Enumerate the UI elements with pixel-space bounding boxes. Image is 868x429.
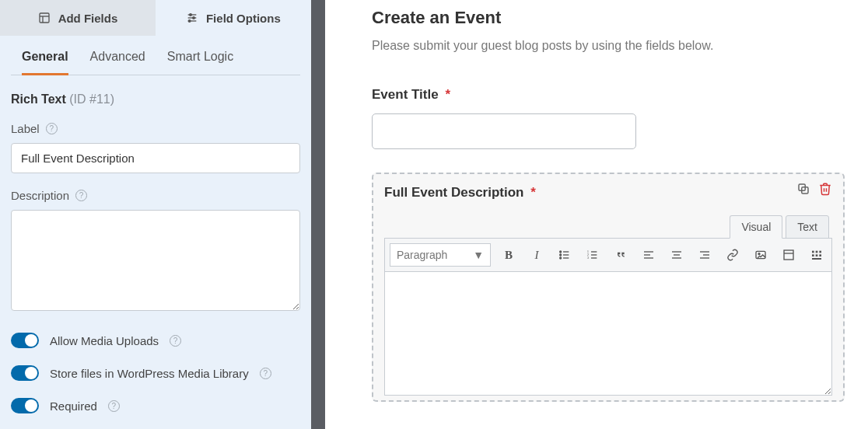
- toggle-allow-media[interactable]: [11, 333, 39, 348]
- required-asterisk: *: [445, 87, 450, 102]
- event-title-input[interactable]: [372, 113, 636, 149]
- sliders-icon: [186, 12, 198, 24]
- svg-rect-0: [40, 13, 49, 23]
- editor-content-area[interactable]: [384, 271, 832, 396]
- svg-point-33: [758, 253, 760, 255]
- form-title: Create an Event: [372, 8, 845, 28]
- trash-icon[interactable]: [818, 182, 832, 196]
- form-description: Please submit your guest blog posts by u…: [372, 39, 845, 53]
- help-icon[interactable]: ?: [170, 335, 181, 347]
- svg-text:3: 3: [587, 256, 590, 260]
- chevron-down-icon: ▼: [473, 249, 484, 261]
- editor-mode-tabs: Visual Text: [384, 214, 832, 238]
- event-title-label: Event Title *: [372, 87, 845, 103]
- svg-point-7: [193, 17, 195, 19]
- description-label-text: Description: [11, 189, 69, 202]
- svg-rect-36: [812, 251, 814, 253]
- label-label-text: Label: [11, 122, 40, 135]
- insert-media-button[interactable]: [751, 245, 771, 265]
- tab-field-options[interactable]: Field Options: [156, 0, 311, 36]
- fullscreen-button[interactable]: [779, 245, 799, 265]
- toggle-row-allow-media: Allow Media Uploads ?: [11, 333, 300, 348]
- align-left-button[interactable]: [639, 245, 659, 265]
- format-select-value: Paragraph: [397, 249, 447, 261]
- toggle-required-label: Required: [50, 399, 97, 413]
- required-asterisk: *: [530, 185, 536, 200]
- editor-toolbar: Paragraph ▼ B I 123: [384, 238, 832, 271]
- bullet-list-button[interactable]: [555, 245, 575, 265]
- svg-point-6: [190, 14, 192, 16]
- field-type-name: Rich Text: [11, 92, 66, 106]
- svg-rect-39: [812, 254, 814, 256]
- tab-add-fields[interactable]: Add Fields: [0, 0, 156, 36]
- editor-tab-text[interactable]: Text: [786, 215, 829, 239]
- svg-point-12: [560, 254, 562, 256]
- sidebar-field-options: Add Fields Field Options General Advance…: [0, 0, 311, 429]
- field-rich-text-selected[interactable]: Full Event Description * Visual Text Par…: [372, 173, 845, 402]
- sub-tab-general[interactable]: General: [22, 50, 68, 75]
- help-icon[interactable]: ?: [46, 123, 58, 134]
- label-label: Label ?: [11, 122, 300, 135]
- align-right-button[interactable]: [695, 245, 715, 265]
- sub-tab-smart-logic[interactable]: Smart Logic: [167, 50, 233, 75]
- toggle-required[interactable]: [11, 398, 39, 413]
- help-icon[interactable]: ?: [108, 400, 120, 412]
- svg-rect-38: [819, 251, 821, 253]
- svg-rect-42: [812, 258, 821, 260]
- sidebar-sub-tabs: General Advanced Smart Logic: [11, 36, 300, 75]
- format-select[interactable]: Paragraph ▼: [390, 243, 491, 267]
- rich-text-label: Full Event Description *: [384, 185, 832, 201]
- toggle-store-media[interactable]: [11, 365, 39, 381]
- editor-tab-visual[interactable]: Visual: [730, 215, 782, 239]
- svg-rect-40: [816, 254, 818, 256]
- toggle-row-store-media: Store files in WordPress Media Library ?: [11, 365, 300, 381]
- svg-rect-41: [819, 254, 821, 256]
- sub-tab-advanced[interactable]: Advanced: [90, 50, 145, 75]
- panel-divider[interactable]: [311, 0, 325, 429]
- italic-button[interactable]: I: [527, 245, 547, 265]
- toggle-store-media-label: Store files in WordPress Media Library: [50, 367, 249, 380]
- svg-rect-37: [816, 251, 818, 253]
- field-actions: [796, 182, 832, 196]
- group-label: Label ?: [0, 122, 311, 173]
- toggle-list: Allow Media Uploads ? Store files in Wor…: [0, 314, 311, 413]
- toolbar-toggle-button[interactable]: [807, 245, 827, 265]
- blockquote-button[interactable]: [611, 245, 631, 265]
- help-icon[interactable]: ?: [75, 190, 87, 201]
- bold-button[interactable]: B: [499, 245, 519, 265]
- group-description: Description ?: [0, 189, 311, 314]
- link-button[interactable]: [723, 245, 743, 265]
- layout-icon: [38, 12, 51, 24]
- duplicate-icon[interactable]: [796, 182, 810, 196]
- toggle-allow-media-label: Allow Media Uploads: [50, 334, 159, 347]
- align-center-button[interactable]: [667, 245, 687, 265]
- rich-text-label-text: Full Event Description: [384, 185, 523, 200]
- description-label: Description ?: [11, 189, 300, 202]
- svg-point-8: [188, 20, 191, 23]
- numbered-list-button[interactable]: 123: [583, 245, 603, 265]
- tab-add-fields-label: Add Fields: [58, 12, 118, 25]
- description-textarea[interactable]: [11, 210, 300, 311]
- label-input[interactable]: [11, 143, 300, 173]
- field-id: (ID #11): [69, 92, 114, 106]
- sidebar-top-tabs: Add Fields Field Options: [0, 0, 311, 36]
- field-heading: Rich Text (ID #11): [0, 75, 311, 106]
- help-icon[interactable]: ?: [260, 368, 271, 379]
- svg-point-11: [560, 251, 562, 253]
- form-preview: Create an Event Please submit your guest…: [325, 0, 868, 429]
- svg-point-13: [560, 257, 562, 259]
- event-title-label-text: Event Title: [372, 87, 439, 102]
- svg-rect-34: [784, 250, 793, 260]
- field-event-title: Event Title *: [372, 87, 845, 149]
- tab-field-options-label: Field Options: [206, 12, 281, 25]
- toggle-row-required: Required ?: [11, 398, 300, 413]
